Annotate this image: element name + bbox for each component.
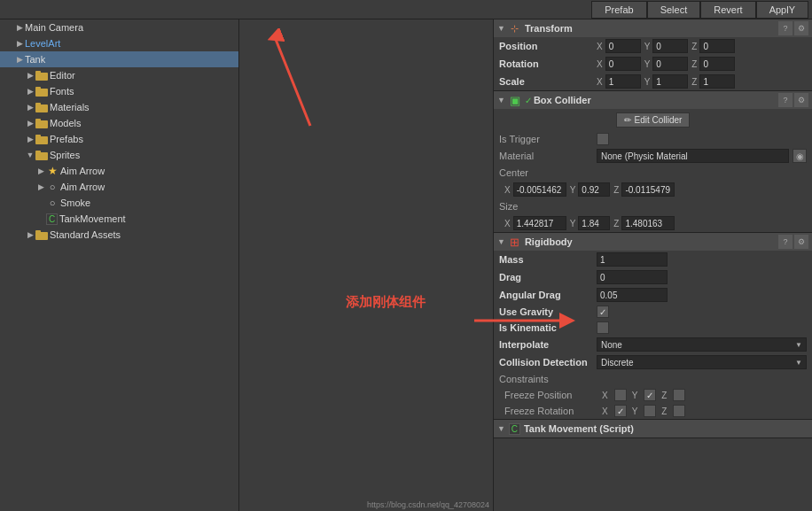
freeze-rot-x[interactable] (614, 405, 627, 417)
tree-item-standard-assets[interactable]: Standard Assets (0, 227, 238, 243)
position-z-input[interactable]: 0 (699, 39, 735, 53)
collision-detection-select[interactable]: Discrete ▼ (597, 355, 807, 369)
transform-gear-btn[interactable]: ⚙ (794, 21, 808, 35)
rotation-x-input[interactable]: 0 (605, 57, 641, 71)
edit-collider-row: ✏ Edit Collider (494, 109, 812, 131)
tree-item-smoke[interactable]: ○ Smoke (0, 195, 238, 211)
rotation-y-input[interactable]: 0 (652, 57, 688, 71)
tree-item-tank[interactable]: Tank (0, 51, 238, 67)
tree-item-levelart[interactable]: LevelArt (0, 35, 238, 51)
rigidbody-header[interactable]: ▼ ⊞ Rigidbody ? ⚙ (494, 233, 812, 251)
center-x-input[interactable]: -0.0051462 (513, 182, 566, 197)
freeze-rot-y[interactable] (644, 405, 656, 417)
tank-movement-header[interactable]: ▼ C Tank Movement (Script) (494, 420, 812, 437)
tree-arrow (25, 118, 35, 128)
drag-input[interactable]: 0 (597, 270, 668, 284)
mass-input[interactable]: 1 (597, 252, 668, 267)
tank-movement-section: ▼ C Tank Movement (Script) (494, 420, 812, 438)
size-values: X 1.442817 Y 1.84 Z 1.480163 (504, 216, 807, 230)
freeze-rot-z[interactable] (673, 405, 685, 417)
tree-item-models[interactable]: Models (0, 115, 238, 131)
size-z-input[interactable]: 1.480163 (621, 216, 675, 230)
select-button[interactable]: Select (647, 1, 701, 19)
angular-drag-input[interactable]: 0.05 (597, 288, 668, 302)
scale-label: Scale (499, 76, 597, 87)
x-label: X (597, 77, 603, 87)
box-collider-header[interactable]: ▼ ▣ ✓ Box Collider ? ⚙ (494, 91, 812, 109)
tree-arrow (35, 213, 46, 224)
collision-detection-label: Collision Detection (499, 357, 597, 368)
folder-icon (35, 101, 48, 113)
position-x-input[interactable]: 0 (605, 39, 641, 53)
collider-gear-btn[interactable]: ⚙ (794, 93, 808, 107)
tree-item-prefabs[interactable]: Prefabs (0, 131, 238, 147)
mass-values: 1 (597, 252, 807, 267)
material-field[interactable]: None (Physic Material (597, 149, 789, 163)
material-select-btn[interactable]: ◉ (792, 149, 807, 163)
z-label: Z (691, 59, 697, 69)
tree-item-aim-arrow[interactable]: ★ Aim Arrow (0, 163, 238, 179)
edit-collider-button[interactable]: ✏ Edit Collider (616, 112, 691, 128)
center-values: X -0.0051462 Y 0.92 Z -0.0115479 (504, 182, 807, 197)
tree-arrow (25, 134, 35, 144)
tree-label: Materials (50, 102, 90, 112)
scale-z-input[interactable]: 1 (699, 74, 735, 89)
transform-scale-row: Scale X 1 Y 1 Z 1 (494, 73, 812, 90)
tree-item-health-wheel[interactable]: ○ Aim Arrow (0, 179, 238, 195)
scale-y-input[interactable]: 1 (652, 74, 688, 89)
tree-item-tank-movement[interactable]: C TankMovement (0, 211, 238, 227)
use-gravity-checkbox[interactable] (597, 306, 609, 318)
transform-icon: ⊹ (509, 22, 521, 35)
tree-item-sprites[interactable]: Sprites (0, 147, 238, 163)
mass-label: Mass (499, 254, 597, 265)
select-arrow: ▼ (795, 341, 802, 349)
is-kinematic-checkbox[interactable] (597, 321, 609, 334)
transform-header[interactable]: ▼ ⊹ Transform ? ⚙ (494, 19, 812, 37)
circle-icon: ○ (46, 197, 59, 209)
x-label: X (504, 219, 511, 228)
tree-item-fonts[interactable]: Fonts (0, 83, 238, 99)
collider-enabled-check[interactable]: ✓ (525, 96, 532, 105)
is-trigger-checkbox[interactable] (597, 133, 609, 145)
tree-item-editor[interactable]: Editor (0, 67, 238, 83)
tree-item-main-camera[interactable]: Main Camera (0, 19, 238, 35)
z-label: Z (613, 185, 619, 195)
tree-label: Fonts (50, 86, 74, 97)
transform-title: Transform (525, 23, 778, 34)
rotation-y-group: Y 0 (644, 57, 689, 71)
freeze-pos-x[interactable] (614, 389, 627, 401)
rotation-z-input[interactable]: 0 (699, 57, 735, 71)
apply-button[interactable]: ApplY (756, 1, 808, 19)
center-z-input[interactable]: -0.0115479 (621, 182, 675, 197)
tree-item-materials[interactable]: Materials (0, 99, 238, 115)
interpolate-select[interactable]: None ▼ (597, 337, 807, 352)
freeze-pos-z[interactable] (673, 389, 685, 401)
collider-info-btn[interactable]: ? (778, 93, 792, 107)
revert-button[interactable]: Revert (700, 1, 755, 19)
center-y-input[interactable]: 0.92 (578, 182, 610, 197)
size-z-group: Z 1.480163 (613, 216, 675, 230)
folder-icon (35, 85, 48, 97)
size-x-input[interactable]: 1.442817 (513, 216, 566, 230)
transform-position-row: Position X 0 Y 0 Z 0 (494, 37, 812, 55)
angular-drag-row: Angular Drag 0.05 (494, 286, 812, 304)
svg-line-15 (275, 37, 310, 126)
rigidbody-gear-btn[interactable]: ⚙ (794, 235, 808, 249)
box-collider-icon: ▣ (509, 94, 521, 106)
is-trigger-values (597, 133, 807, 145)
freeze-pos-y[interactable] (644, 389, 656, 401)
size-y-input[interactable]: 1.84 (578, 216, 610, 230)
scale-x-input[interactable]: 1 (605, 74, 641, 89)
x-label: X (602, 391, 608, 400)
tree-label: Editor (50, 70, 75, 81)
position-z-group: Z 0 (691, 39, 735, 53)
right-panel: ▼ ⊹ Transform ? ⚙ Position X 0 Y (493, 19, 812, 511)
angular-drag-label: Angular Drag (499, 290, 597, 300)
transform-info-btn[interactable]: ? (778, 21, 792, 35)
position-y-input[interactable]: 0 (652, 39, 688, 53)
center-label: Center (499, 167, 597, 178)
center-x-group: X -0.0051462 (504, 182, 566, 197)
rigidbody-info-btn[interactable]: ? (778, 235, 792, 249)
drag-label: Drag (499, 272, 597, 283)
prefab-button[interactable]: Prefab (591, 1, 646, 19)
